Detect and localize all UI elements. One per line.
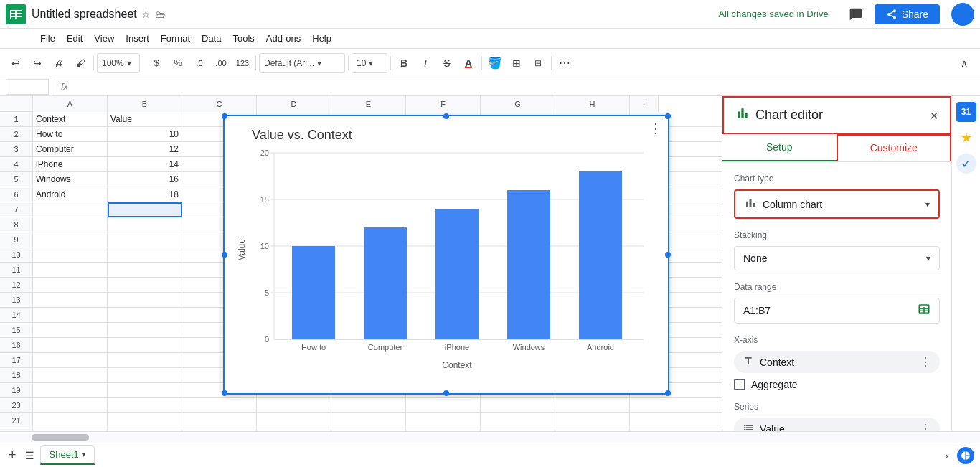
menu-help[interactable]: Help — [306, 32, 337, 45]
col-header-H[interactable]: H — [555, 96, 630, 112]
cell-A3[interactable]: Computer — [33, 142, 108, 157]
merge-button[interactable]: ⊟ — [528, 53, 548, 73]
sheet-list-button[interactable]: ☰ — [22, 450, 37, 461]
col-header-F[interactable]: F — [406, 96, 481, 112]
menu-file[interactable]: File — [34, 32, 61, 45]
menu-addons[interactable]: Add-ons — [260, 32, 306, 45]
row-num-20[interactable]: 20 — [0, 398, 32, 413]
cell-A1[interactable]: Context — [33, 112, 108, 127]
tab-customize[interactable]: Customize — [837, 134, 952, 161]
row-num-17[interactable]: 17 — [0, 353, 32, 368]
menu-format[interactable]: Format — [155, 32, 196, 45]
cell-B1[interactable]: Value — [108, 112, 182, 127]
side-calendar-icon[interactable]: 31 — [956, 102, 976, 122]
row-num-21[interactable]: 21 — [0, 413, 32, 428]
row-num-14[interactable]: 14 — [0, 308, 32, 323]
sheet1-dropdown-icon[interactable]: ▾ — [82, 451, 85, 458]
col-header-E[interactable]: E — [331, 96, 406, 112]
navigate-right-button[interactable]: › — [945, 450, 948, 461]
explore-button[interactable] — [957, 447, 974, 464]
borders-button[interactable]: ⊞ — [507, 53, 527, 73]
row-num-4[interactable]: 4 — [0, 157, 32, 172]
format123-button[interactable]: 123 — [232, 53, 253, 73]
font-dropdown[interactable]: Default (Ari... ▾ — [259, 53, 345, 73]
percent-button[interactable]: % — [168, 53, 188, 73]
cell-B7[interactable] — [108, 202, 182, 217]
row-num-3[interactable]: 3 — [0, 142, 32, 157]
cell-B6[interactable]: 18 — [108, 187, 182, 202]
currency-button[interactable]: $ — [146, 53, 166, 73]
ce-stacking-dropdown[interactable]: None ▾ — [734, 246, 940, 270]
row-num-11[interactable]: 11 — [0, 263, 32, 278]
print-button[interactable]: 🖨 — [49, 53, 69, 73]
xaxis-more-icon[interactable]: ⋮ — [920, 355, 931, 369]
collapse-button[interactable]: ∧ — [954, 53, 974, 73]
row-num-1[interactable]: 1 — [0, 112, 32, 127]
tab-setup[interactable]: Setup — [722, 134, 837, 161]
fontsize-dropdown[interactable]: 10 ▾ — [352, 53, 387, 73]
share-button[interactable]: × Share — [875, 4, 940, 24]
aggregate-checkbox[interactable] — [734, 379, 745, 390]
cell-A7[interactable] — [33, 202, 108, 217]
resize-handle-ml[interactable] — [222, 252, 227, 258]
sheet-tab-sheet1[interactable]: Sheet1 ▾ — [40, 445, 95, 465]
menu-insert[interactable]: Insert — [120, 32, 155, 45]
row-num-7[interactable]: 7 — [0, 202, 32, 217]
cell-A4[interactable]: iPhone — [33, 157, 108, 172]
menu-tools[interactable]: Tools — [227, 32, 260, 45]
cell-B4[interactable]: 14 — [108, 157, 182, 172]
col-header-C[interactable]: C — [182, 96, 257, 112]
row-num-8[interactable]: 8 — [0, 217, 32, 232]
row-num-6[interactable]: 6 — [0, 187, 32, 202]
cell-B5[interactable]: 16 — [108, 172, 182, 187]
cell-reference-input[interactable] — [6, 79, 49, 95]
resize-handle-bl[interactable] — [222, 390, 227, 396]
chart-overlay[interactable]: ⋮ Value vs. Context — [223, 115, 669, 395]
row-num-12[interactable]: 12 — [0, 278, 32, 293]
col-header-B[interactable]: B — [108, 96, 182, 112]
col-header-G[interactable]: G — [481, 96, 555, 112]
resize-handle-bc[interactable] — [443, 390, 449, 396]
italic-button[interactable]: I — [415, 53, 435, 73]
side-star-icon[interactable]: ★ — [956, 128, 976, 148]
scroll-thumb[interactable] — [32, 434, 89, 441]
decimal-inc-button[interactable]: .00 — [211, 53, 231, 73]
row-num-15[interactable]: 15 — [0, 323, 32, 338]
zoom-dropdown[interactable]: 100% ▾ — [97, 53, 140, 73]
bold-button[interactable]: B — [394, 53, 414, 73]
chart-menu-button[interactable]: ⋮ — [649, 121, 662, 136]
col-header-D[interactable]: D — [257, 96, 331, 112]
cell-A5[interactable]: Windows — [33, 172, 108, 187]
menu-edit[interactable]: Edit — [61, 32, 88, 45]
resize-handle-tr[interactable] — [665, 113, 671, 119]
add-sheet-button[interactable]: + — [6, 448, 19, 463]
doc-title[interactable]: Untitled spreadsheet — [32, 8, 137, 21]
row-num-2[interactable]: 2 — [0, 127, 32, 142]
row-num-5[interactable]: 5 — [0, 172, 32, 187]
redo-button[interactable]: ↪ — [27, 53, 47, 73]
col-header-A[interactable]: A — [33, 96, 108, 112]
cell-B3[interactable]: 12 — [108, 142, 182, 157]
data-range-value[interactable]: A1:B7 — [743, 305, 912, 316]
more-button[interactable]: ⋯ — [555, 53, 575, 73]
cell-B8[interactable] — [108, 217, 182, 232]
resize-handle-tl[interactable] — [222, 113, 227, 119]
resize-handle-br[interactable] — [665, 390, 671, 396]
row-num-19[interactable]: 19 — [0, 383, 32, 398]
resize-handle-mr[interactable] — [665, 252, 671, 258]
col-header-I[interactable]: I — [630, 96, 659, 112]
comment-button[interactable] — [843, 1, 869, 27]
cell-A2[interactable]: How to — [33, 127, 108, 142]
resize-handle-tc[interactable] — [443, 113, 449, 119]
formula-input[interactable] — [71, 79, 974, 95]
cell-B2[interactable]: 10 — [108, 127, 182, 142]
row-num-16[interactable]: 16 — [0, 338, 32, 353]
series-more-icon[interactable]: ⋮ — [920, 422, 931, 431]
fill-color-button[interactable]: 🪣 — [485, 53, 505, 73]
folder-icon[interactable]: 🗁 — [155, 9, 165, 20]
text-color-button[interactable]: A — [458, 53, 479, 73]
menu-view[interactable]: View — [88, 32, 120, 45]
scroll-track[interactable] — [0, 431, 980, 443]
menu-data[interactable]: Data — [196, 32, 227, 45]
row-num-22[interactable]: 22 — [0, 428, 32, 431]
